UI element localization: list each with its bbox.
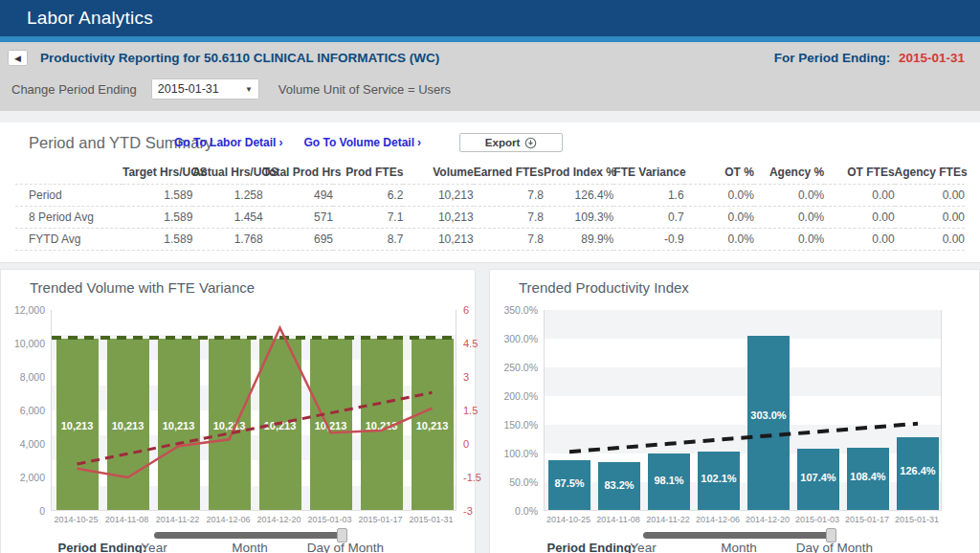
bar-value-label: 10,213 [416,420,449,431]
period-ytd-summary-card: Period and YTD Summary Go To Labor Detai… [0,122,980,263]
volume-detail-link-label: Go To Volume Detail [303,136,414,149]
y-axis-tick-right: 6 [463,304,469,316]
export-button-label: Export [485,137,520,148]
bar-value-label: 107.4% [800,472,835,483]
page-title: Productivity Reporting for 50.6110 CLINI… [40,51,439,65]
charts-row: Trended Volume with FTE Variance 10,2131… [0,269,980,553]
bar-value-label: 10,213 [213,420,246,431]
y-axis-tick: 50.0% [490,476,538,488]
chevron-down-icon: ▼ [245,85,253,94]
bar-value-label: 10,213 [315,420,347,431]
prod-index-bar[interactable] [747,336,790,510]
y-axis-tick: 2,000 [1,472,45,483]
slider-track[interactable] [643,532,831,539]
trended-productivity-chart-card: Trended Productivity Index 87.5%83.2%98.… [489,269,980,553]
row-label-column-header [15,163,122,185]
x-axis-label: 2014-12-20 [254,515,304,524]
x-axis-label: 2014-11-22 [643,515,693,524]
cell: 10,213 [403,229,473,251]
volume-unit-text: Volume Unit of Service = Users [278,82,451,97]
cell: 0.00 [824,207,894,229]
period-ending-label: For Period Ending: [774,51,891,65]
cell: 7.8 [474,185,544,207]
change-period-label: Change Period Ending [11,82,137,97]
y-axis-tick: 4,000 [1,438,45,450]
cell: 0.0% [684,207,754,229]
bar-value-label: 83.2% [604,479,634,491]
y-axis-tick-right: -3 [463,505,473,517]
cell: 109.3% [544,207,613,229]
period-dropdown-value: 2015-01-31 [158,82,219,96]
row-label: FYTD Avg [15,229,122,251]
column-header: Actual Hrs/UOS [192,163,262,185]
y-axis-tick: 0 [1,505,45,517]
cell: 10,213 [403,207,473,229]
column-header: Earned FTEs [474,163,544,185]
y-axis-tick: 200.0% [490,390,538,402]
bar-value-label: 303.0% [750,409,786,421]
cell: 1.454 [192,207,262,229]
row-label: Period [15,185,122,207]
back-button[interactable]: ◀ [8,50,28,66]
cell: 571 [263,207,333,229]
slider-option-day-of-month[interactable]: Day of Month [777,541,892,553]
period-ending-display: For Period Ending: 2015-01-31 [774,51,970,65]
slider-track[interactable] [154,532,342,539]
x-axis-label: 2015-01-31 [892,515,942,524]
bar-value-label: 10,213 [366,420,398,431]
y-axis-tick-right: 4.5 [463,338,478,349]
y-axis-tick-right: 0 [463,438,469,450]
cell: 0.0% [754,229,824,251]
x-axis-label: 2014-12-20 [743,515,792,524]
export-button[interactable]: Export [459,133,563,152]
go-to-labor-detail-link[interactable]: Go To Labor Detail› [174,136,282,149]
y-axis-tick: 300.0% [490,333,538,344]
period-ending-dropdown[interactable]: 2015-01-31 ▼ [151,78,259,100]
table-row: FYTD Avg1.5891.7686958.710,2137.889.9%-0… [15,229,965,251]
column-header: Target Hrs/UOS [122,163,192,185]
bar-value-label: 10,213 [112,420,145,431]
app-header: Labor Analytics [0,0,980,36]
chart-title: Trended Volume with FTE Variance [30,279,255,296]
column-header: Prod Index % [544,163,613,185]
back-arrow-icon: ◀ [14,54,21,63]
column-header: Agency % [754,163,824,185]
column-header: OT FTEs [824,163,894,185]
chevron-right-icon: › [278,136,282,149]
y-axis-tick-right: 3 [463,371,469,383]
cell: 7.8 [474,207,544,229]
go-to-volume-detail-link[interactable]: Go To Volume Detail› [303,136,421,149]
cell: 0.00 [895,185,965,207]
column-header: Volume [403,163,473,185]
x-axis-label: 2014-10-25 [51,515,101,524]
bar-value-label: 98.1% [654,475,683,486]
cell: 1.589 [122,207,192,229]
cell: 0.00 [824,229,894,251]
cell: 8.7 [333,229,403,251]
x-axis-label: 2014-12-06 [693,515,743,524]
x-axis-label: 2014-11-08 [593,515,643,524]
cell: 89.9% [544,229,613,251]
y-axis-tick: 150.0% [490,419,538,431]
export-download-icon [524,137,537,149]
y-axis-tick-right: -1.5 [463,472,481,483]
slider-option-day-of-month[interactable]: Day of Month [288,541,403,553]
cell: 126.4% [544,185,613,207]
column-header: FTE Variance [613,163,683,185]
y-axis-tick: 6,000 [1,405,45,416]
chart-title: Trended Productivity Index [519,279,689,296]
x-axis-label: 2015-01-03 [792,515,842,524]
cell: 1.589 [122,229,192,251]
bar-value-label: 126.4% [900,465,935,476]
column-header: Total Prod Hrs [263,163,333,185]
summary-section-title: Period and YTD Summary [29,134,174,152]
cell: 0.0% [684,185,754,207]
x-axis-label: 2015-01-17 [355,515,406,524]
bar-value-label: 87.5% [554,477,584,489]
app-title: Labor Analytics [27,8,153,29]
productivity-chart-plot-area: 87.5%83.2%98.1%102.1%303.0%107.4%108.4%1… [544,310,942,511]
cell: 7.8 [474,229,544,251]
labor-detail-link-label: Go To Labor Detail [174,136,276,149]
period-ending-value: 2015-01-31 [899,51,965,65]
cell: 494 [263,185,333,207]
